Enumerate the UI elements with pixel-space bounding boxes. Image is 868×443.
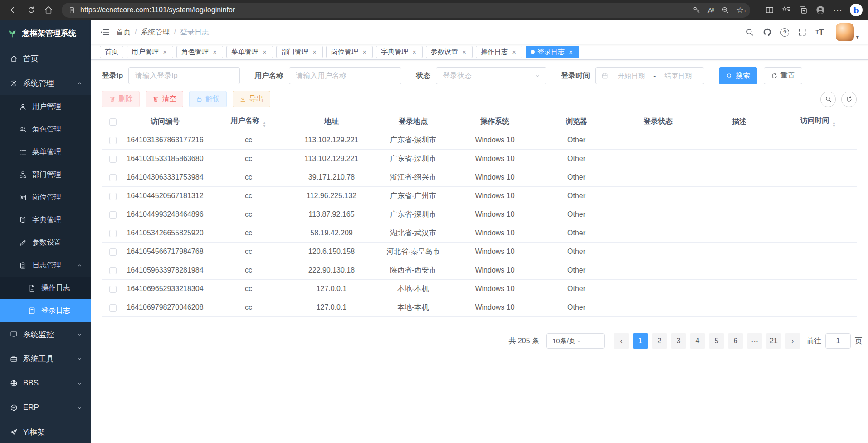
page-button-5[interactable]: 5 [709, 333, 724, 349]
tab-post-mgmt[interactable]: 岗位管理× [326, 46, 373, 58]
browser-home-icon[interactable] [40, 2, 57, 18]
row-checkbox[interactable] [109, 137, 117, 144]
page-button-21[interactable]: 21 [766, 333, 781, 349]
tab-login-log[interactable]: 登录日志× [526, 46, 579, 58]
reload-icon[interactable] [23, 2, 40, 18]
sidebar-item-system-tools[interactable]: 系统工具 [0, 346, 91, 371]
sidebar-item-param-settings[interactable]: 参数设置 [0, 231, 91, 254]
user-menu[interactable]: ▾ [836, 23, 859, 41]
split-screen-icon[interactable] [765, 5, 774, 15]
select-all-checkbox[interactable] [109, 118, 117, 126]
user-avatar[interactable] [836, 23, 854, 41]
add-favorite-star-icon[interactable]: ☆+ [736, 6, 744, 14]
breadcrumb-home[interactable]: 首页 [116, 28, 131, 37]
sidebar-item-login-log[interactable]: 登录日志 [0, 299, 91, 322]
close-icon[interactable]: × [461, 49, 468, 56]
col-user-name[interactable]: 用户名称▲▼ [206, 112, 291, 131]
toggle-search-button[interactable] [820, 92, 836, 107]
tab-home[interactable]: 首页 [100, 46, 123, 58]
help-icon[interactable]: ? [780, 28, 789, 37]
fullscreen-icon[interactable] [798, 28, 807, 37]
refresh-table-button[interactable] [841, 92, 857, 107]
sidebar-item-yi-framework[interactable]: Yi框架 [0, 420, 91, 443]
reset-button[interactable]: 重置 [764, 67, 802, 84]
close-icon[interactable]: × [511, 49, 517, 56]
col-access-time[interactable]: 访问时间▲▼ [780, 112, 857, 131]
status-select[interactable]: 登录状态 [436, 67, 546, 84]
delete-button[interactable]: 删除 [102, 91, 140, 107]
sidebar-item-erp[interactable]: ERP [0, 395, 91, 420]
zoom-out-icon[interactable] [721, 6, 729, 14]
close-icon[interactable]: × [411, 49, 418, 56]
sidebar-collapse-icon[interactable] [100, 27, 110, 37]
sidebar-item-post-mgmt[interactable]: 岗位管理 [0, 186, 91, 209]
read-aloud-icon[interactable]: A)) [708, 6, 714, 14]
sidebar-item-system-mgmt[interactable]: 系统管理 [0, 71, 91, 95]
page-size-select[interactable]: 10条/页 [546, 333, 605, 349]
github-icon[interactable] [763, 28, 772, 37]
page-button-4[interactable]: 4 [690, 333, 705, 349]
login-ip-input[interactable] [128, 67, 240, 84]
page-button-6[interactable]: 6 [728, 333, 743, 349]
breadcrumb-system-mgmt[interactable]: 系统管理 [141, 28, 170, 37]
row-checkbox[interactable] [109, 174, 117, 181]
sidebar-item-home[interactable]: 首页 [0, 46, 91, 71]
more-pages-button[interactable]: ⋯ [747, 333, 762, 349]
row-checkbox[interactable] [109, 286, 117, 293]
copilot-icon[interactable]: b [850, 4, 863, 16]
row-checkbox[interactable] [109, 304, 117, 312]
sidebar-item-user-mgmt[interactable]: 用户管理 [0, 95, 91, 118]
address-bar[interactable]: https://ccnetcore.com:1101/system/log/lo… [62, 3, 750, 18]
close-icon[interactable]: × [161, 49, 168, 56]
close-icon[interactable]: × [567, 49, 574, 56]
page-button-1[interactable]: 1 [633, 333, 648, 349]
sidebar-item-system-monitor[interactable]: 系统监控 [0, 322, 91, 346]
clear-button[interactable]: 清空 [146, 91, 183, 107]
row-checkbox[interactable] [109, 156, 117, 163]
sidebar-item-dict-mgmt[interactable]: 字典管理 [0, 209, 91, 231]
font-size-icon[interactable]: TT [815, 28, 824, 37]
tab-dept-mgmt[interactable]: 部门管理× [276, 46, 323, 58]
tab-menu-mgmt[interactable]: 菜单管理× [226, 46, 273, 58]
collections-icon[interactable] [799, 5, 808, 15]
next-page-button[interactable]: › [785, 333, 800, 349]
row-checkbox[interactable] [109, 248, 117, 256]
prev-page-button[interactable]: ‹ [614, 333, 629, 349]
search-button[interactable]: 搜索 [719, 67, 757, 84]
user-name-input[interactable] [289, 67, 401, 84]
tab-op-log[interactable]: 操作日志× [476, 46, 522, 58]
sidebar-item-log-mgmt[interactable]: 日志管理 [0, 254, 91, 277]
sort-icon[interactable]: ▲▼ [832, 122, 836, 127]
page-button-3[interactable]: 3 [671, 333, 686, 349]
close-icon[interactable]: × [261, 49, 268, 56]
sidebar-item-role-mgmt[interactable]: 角色管理 [0, 118, 91, 141]
tab-dict-mgmt[interactable]: 字典管理× [376, 46, 423, 58]
sidebar-item-dept-mgmt[interactable]: 部门管理 [0, 163, 91, 186]
goto-page-input[interactable] [825, 333, 851, 349]
row-checkbox[interactable] [109, 211, 117, 219]
sidebar-item-op-log[interactable]: 操作日志 [0, 277, 91, 299]
back-icon[interactable] [5, 2, 23, 18]
favorites-icon[interactable] [782, 5, 791, 15]
row-checkbox[interactable] [109, 230, 117, 237]
sidebar-item-bbs[interactable]: BBS [0, 371, 91, 395]
row-checkbox[interactable] [109, 267, 117, 274]
page-button-2[interactable]: 2 [652, 333, 667, 349]
password-key-icon[interactable] [692, 6, 701, 14]
close-icon[interactable]: × [361, 49, 368, 56]
app-logo[interactable]: 意框架管理系统 [0, 20, 91, 46]
close-icon[interactable]: × [211, 49, 218, 56]
tab-param-settings[interactable]: 参数设置× [426, 46, 473, 58]
unlock-button[interactable]: 解锁 [189, 91, 227, 107]
close-icon[interactable]: × [311, 49, 318, 56]
sidebar-item-menu-mgmt[interactable]: 菜单管理 [0, 141, 91, 163]
row-checkbox[interactable] [109, 193, 117, 200]
tab-user-mgmt[interactable]: 用户管理× [127, 46, 173, 58]
tab-role-mgmt[interactable]: 角色管理× [176, 46, 223, 58]
header-search-icon[interactable] [745, 28, 754, 37]
browser-profile-icon[interactable] [815, 5, 825, 15]
login-time-range-picker[interactable]: 开始日期 - 结束日期 [595, 67, 704, 84]
settings-more-icon[interactable]: ⋯ [833, 5, 842, 15]
sort-icon[interactable]: ▲▼ [262, 122, 267, 127]
export-button[interactable]: 导出 [233, 91, 270, 107]
